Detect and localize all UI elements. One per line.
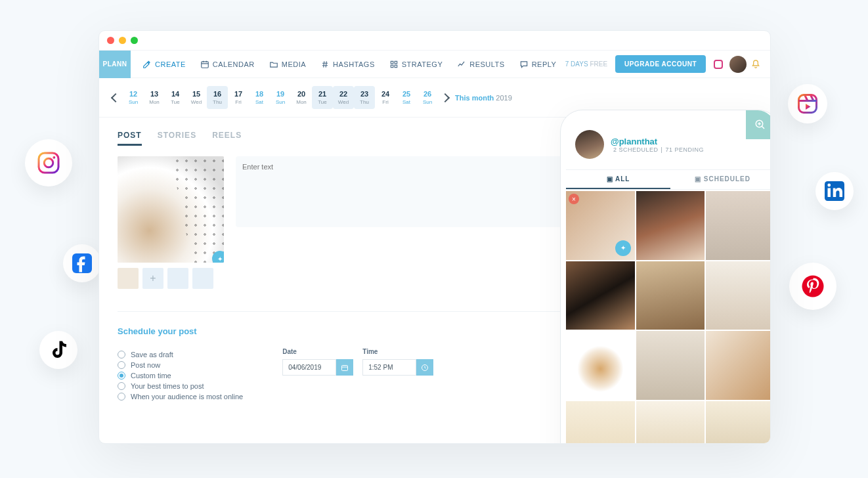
svg-point-1 [44,158,53,167]
month-indicator[interactable]: This month 2019 [455,94,512,102]
day-cell[interactable]: 16Thu [207,86,228,109]
schedule-option[interactable]: When your audience is most online [118,393,243,401]
nav-calendar-label: CALENDAR [213,60,255,68]
filter-all[interactable]: ▣ ALL [566,170,670,189]
instagram-account-icon[interactable] [714,60,723,69]
grid-cell[interactable] [706,191,771,260]
grid-cell[interactable] [566,331,635,400]
nav-results[interactable]: RESULTS [457,60,504,69]
minimize-window-button[interactable] [119,37,126,44]
day-cell[interactable]: 26Sun [417,86,438,109]
schedule-title: Schedule your post [118,326,197,336]
grid-cell[interactable] [706,261,771,330]
grid-cell[interactable] [636,191,705,260]
chart-icon [457,60,466,69]
radio-icon [118,393,125,401]
tab-stories[interactable]: STORIES [158,131,196,146]
reels-icon [796,92,819,116]
day-cell[interactable]: 14Tue [165,86,186,109]
svg-point-7 [827,184,831,187]
day-cell[interactable]: 13Mon [144,86,165,109]
top-toolbar: PLANN CREATE CALENDAR MEDIA HASHTAGS STR… [99,51,770,78]
day-cell[interactable]: 15Wed [186,86,207,109]
grid-cell[interactable]: ×✦ [566,191,635,260]
nav-hashtags-label: HASHTAGS [333,60,375,68]
thumbnail[interactable] [118,268,139,289]
main-image[interactable]: ✦ [118,156,224,263]
filter-scheduled[interactable]: ▣ SCHEDULED [670,170,771,189]
edit-post-button[interactable]: ✦ [615,240,631,256]
day-cell[interactable]: 19Sun [270,86,291,109]
day-cell[interactable]: 22Wed [333,86,354,109]
nav-reply[interactable]: REPLY [519,60,557,69]
grid-cell[interactable] [706,401,771,444]
chat-icon [519,60,529,69]
window-titlebar [99,31,770,51]
svg-point-2 [53,156,55,159]
nav-hashtags[interactable]: HASHTAGS [320,60,375,69]
tiktok-icon [47,338,70,362]
radio-label: Save as draft [131,351,173,358]
grid-cell[interactable] [636,331,705,400]
day-cell[interactable]: 12Sun [123,86,144,109]
add-media-button[interactable]: + [142,268,163,289]
search-button[interactable] [746,110,771,139]
svg-rect-4 [799,95,817,113]
grid-cell[interactable] [706,331,771,400]
tab-reels[interactable]: REELS [212,131,242,146]
close-window-button[interactable] [107,37,114,44]
profile-handle: @plannthat [611,137,706,146]
app-window: PLANN CREATE CALENDAR MEDIA HASHTAGS STR… [98,30,771,444]
feed-filter-tabs: ▣ ALL ▣ SCHEDULED [566,169,771,190]
linkedin-bubble [815,172,854,210]
grid-cell[interactable] [566,261,635,330]
time-input[interactable] [362,359,416,376]
folder-icon [269,60,278,69]
nav-media[interactable]: MEDIA [269,60,306,69]
date-input[interactable] [282,359,336,376]
search-plus-icon [754,119,766,131]
svg-rect-11 [395,61,397,64]
time-picker-button[interactable] [416,359,433,376]
zoom-window-button[interactable] [131,37,138,44]
feed-grid: ×✦ [566,191,771,444]
thumbnail-empty [167,268,188,289]
day-cell[interactable]: 17Fri [228,86,249,109]
day-cell[interactable]: 20Mon [291,86,312,109]
schedule-option[interactable]: Custom time [118,372,243,380]
schedule-option[interactable]: Save as draft [118,351,243,358]
prev-dates-button[interactable] [111,93,120,102]
nav-reply-label: REPLY [532,60,557,68]
bell-icon[interactable] [750,59,761,70]
date-picker-button[interactable] [336,359,353,376]
svg-rect-13 [395,65,397,68]
user-avatar[interactable] [729,56,747,73]
next-dates-button[interactable] [441,93,450,102]
schedule-option[interactable]: Your best times to post [118,382,243,390]
day-cell[interactable]: 18Sat [249,86,270,109]
day-cell[interactable]: 21Tue [312,86,333,109]
profile-header: @plannthat 2 SCHEDULED|71 PENDING [566,126,771,163]
day-cell[interactable]: 24Fri [375,86,396,109]
nav-strategy[interactable]: STRATEGY [389,60,443,69]
grid-cell[interactable] [636,401,705,444]
day-cell[interactable]: 23Thu [354,86,375,109]
schedule-option[interactable]: Post now [118,361,243,369]
grid-cell[interactable] [566,401,635,444]
pinterest-icon [801,274,825,298]
phone-preview: @plannthat 2 SCHEDULED|71 PENDING ▣ ALL … [560,110,771,444]
nav-calendar[interactable]: CALENDAR [200,60,255,69]
logo: PLANN [99,51,131,78]
trial-status: 7 DAYS FREE [565,60,607,68]
profile-avatar[interactable] [575,130,604,159]
day-cell[interactable]: 25Sat [396,86,417,109]
radio-icon [118,372,125,380]
delete-post-button[interactable]: × [569,194,579,204]
edit-wand-button[interactable]: ✦ [212,251,224,263]
grid-cell[interactable] [636,261,705,330]
nav-create[interactable]: CREATE [142,60,186,69]
thumbnail-row: + [118,268,224,289]
upgrade-button[interactable]: UPGRADE ACCOUNT [615,55,706,73]
tab-post[interactable]: POST [118,131,142,146]
nav-create-label: CREATE [155,60,186,68]
